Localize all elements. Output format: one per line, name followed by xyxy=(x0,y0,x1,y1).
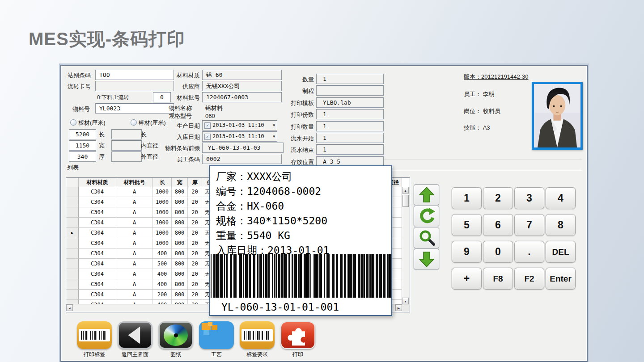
toolbar-item[interactable]: 图纸 xyxy=(158,321,193,358)
prod-date-checkbox[interactable]: ✓ xyxy=(204,122,211,129)
scroll-left-arrow-icon[interactable]: ◄ xyxy=(66,304,73,311)
item-no-label: 物料号 xyxy=(72,105,90,113)
mid-form-field[interactable]: 无锡XXX公司 xyxy=(202,81,282,91)
right-form-label: 打印模板 xyxy=(276,99,314,107)
key-7[interactable]: 7 xyxy=(514,214,544,236)
key-.[interactable]: . xyxy=(514,241,544,263)
item-no-field[interactable]: YL0023 xyxy=(95,103,174,114)
right-form-field[interactable]: 1 xyxy=(316,109,384,119)
in-date-value: 2013-01-03 11:10 xyxy=(212,132,264,141)
table-cell: C304 xyxy=(79,269,116,279)
employee-info: 员工： 李明 xyxy=(464,90,495,98)
scrollbar-thumb[interactable] xyxy=(402,195,409,207)
right-form-field[interactable]: YLBQ.lab xyxy=(316,97,384,108)
pixel-block xyxy=(203,330,209,335)
right-form-field[interactable] xyxy=(316,85,384,96)
toolbar-item-label: 打印 xyxy=(280,351,315,358)
table-cell: C304 xyxy=(79,197,116,207)
row-selector-cell xyxy=(66,269,79,279)
refresh-button[interactable] xyxy=(414,206,439,227)
toolbar-item[interactable]: 打印 xyxy=(280,321,315,358)
plate-radio[interactable] xyxy=(70,119,76,126)
table-cell: A xyxy=(116,248,153,258)
label-preview-overlay: 厂家：XXXX公司编号：1204068-0002合金：HX-060规格：340*… xyxy=(209,165,392,316)
mid-form-label: 材料材质 xyxy=(157,72,200,80)
prod-date-field[interactable]: ✓ 2013-01-03 11:10 ▼ xyxy=(202,120,277,130)
key-4[interactable]: 4 xyxy=(546,187,576,209)
right-form-label: 打印份数 xyxy=(276,111,314,119)
right-form-field[interactable]: 1 xyxy=(316,133,384,143)
key-0[interactable]: 0 xyxy=(483,241,513,263)
dim-value2-field[interactable] xyxy=(111,152,142,162)
drawing-icon xyxy=(158,321,193,349)
key-2[interactable]: 2 xyxy=(483,187,513,209)
table-cell: 400 xyxy=(153,269,172,279)
table-cell: A xyxy=(116,290,153,299)
vertical-scrollbar[interactable]: ▲ ▼ xyxy=(402,187,410,304)
table-column-header[interactable]: 材料批号 xyxy=(116,178,153,187)
version-value: 201212191442-30 xyxy=(481,73,529,80)
table-cell: 800 xyxy=(172,197,188,207)
key-3[interactable]: 3 xyxy=(514,187,544,209)
right-form-field[interactable]: 1 xyxy=(316,74,384,84)
key-Enter[interactable]: Enter xyxy=(546,268,576,290)
key-DEL[interactable]: DEL xyxy=(546,241,576,263)
table-column-header[interactable]: 厚 xyxy=(188,178,202,187)
search-button[interactable] xyxy=(414,227,439,248)
dim-value-field[interactable]: 1150 xyxy=(69,140,96,151)
scroll-down-arrow-icon[interactable]: ▼ xyxy=(402,298,409,304)
chevron-down-icon[interactable]: ▼ xyxy=(273,132,275,141)
table-column-header[interactable]: 宽 xyxy=(172,178,188,187)
mid-form-field[interactable]: 1204067-0003 xyxy=(202,92,282,102)
table-cell: 20 xyxy=(188,248,202,258)
table-column-header[interactable]: 材料材质 xyxy=(79,178,116,187)
table-cell: A xyxy=(116,269,153,279)
toolbar-item[interactable]: 工艺 xyxy=(199,321,234,358)
barcode-band xyxy=(79,329,110,341)
plate-radio-label: 板材(厘米) xyxy=(78,119,106,127)
table-cell: 20 xyxy=(188,228,202,238)
mid-form-field[interactable]: 铝 60 xyxy=(202,70,282,80)
scroll-up-arrow-icon[interactable]: ▲ xyxy=(402,187,409,194)
right-form-field[interactable]: 1 xyxy=(316,144,384,155)
dim-value2-field[interactable] xyxy=(111,129,142,139)
table-cell: 800 xyxy=(172,259,188,269)
table-column-header[interactable]: 长 xyxy=(153,178,172,187)
key-8[interactable]: 8 xyxy=(546,214,576,236)
table-cell: 20 xyxy=(188,238,202,248)
toolbar-item[interactable]: 返回主界面 xyxy=(118,321,153,358)
row-selector-cell xyxy=(66,197,79,207)
right-form-label: 打印数量 xyxy=(276,123,314,131)
toolbar-item[interactable]: 打印标签 xyxy=(77,321,112,358)
employee-barcode-field[interactable]: 0002 xyxy=(202,154,282,164)
material-name-value: 铝材料 xyxy=(205,104,223,112)
skill-label: 技能： xyxy=(464,124,481,131)
key-9[interactable]: 9 xyxy=(452,241,482,263)
key-F2[interactable]: F2 xyxy=(514,268,544,290)
in-date-field[interactable]: ✓ 2013-01-03 11:10 ▼ xyxy=(202,131,277,142)
dim-value-field[interactable]: 5200 xyxy=(69,129,96,139)
table-cell: C304 xyxy=(79,279,116,289)
toolbar-item[interactable]: 标签要求 xyxy=(240,321,275,358)
dim-label2: 长 xyxy=(141,130,147,139)
refresh-icon xyxy=(418,207,436,225)
scroll-up-button[interactable] xyxy=(414,184,439,206)
barcode-prefix-field[interactable]: YL-060-13-01-03 xyxy=(202,143,284,153)
dim-value-field[interactable]: 340 xyxy=(69,152,96,162)
bar-radio[interactable] xyxy=(131,119,137,126)
spec-model-label: 规格型号 xyxy=(169,112,192,120)
chevron-down-icon[interactable]: ▼ xyxy=(273,121,275,130)
key-5[interactable]: 5 xyxy=(452,214,482,236)
key-1[interactable]: 1 xyxy=(452,187,482,209)
scroll-down-button[interactable] xyxy=(414,248,439,270)
key-F8[interactable]: F8 xyxy=(483,268,513,290)
key-+[interactable]: + xyxy=(452,268,482,290)
key-6[interactable]: 6 xyxy=(483,214,513,236)
row-selector-cell: ▶ xyxy=(66,228,79,238)
table-cell: C304 xyxy=(79,248,116,258)
scroll-right-arrow-icon[interactable]: ▶ xyxy=(395,304,402,311)
dim-value2-field[interactable] xyxy=(111,140,142,151)
right-form-field[interactable]: 1 xyxy=(316,121,384,131)
mid-form-label: 材料批号 xyxy=(157,94,200,102)
in-date-checkbox[interactable]: ✓ xyxy=(204,134,211,140)
